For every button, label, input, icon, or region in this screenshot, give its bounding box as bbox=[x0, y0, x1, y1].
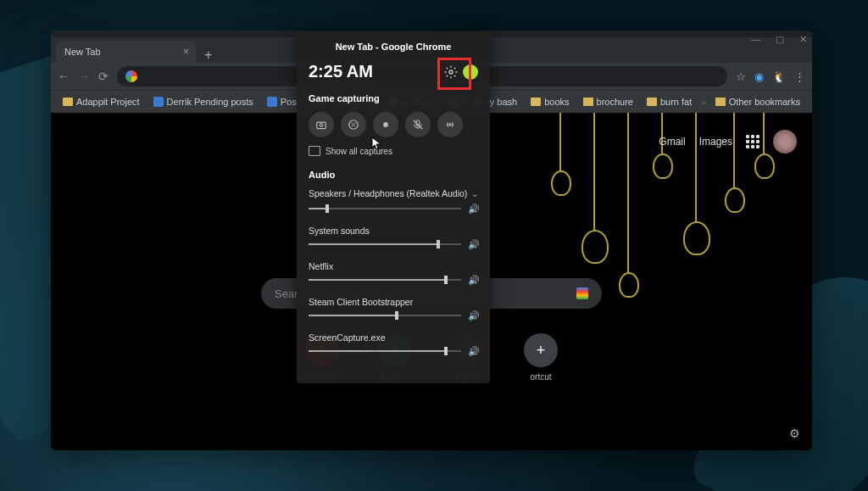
audio-heading: Audio bbox=[309, 170, 478, 180]
tab-title: New Tab bbox=[64, 47, 101, 57]
bookmark-item[interactable]: Derrik Pending posts bbox=[148, 95, 259, 109]
capture-heading: Game capturing bbox=[309, 93, 478, 103]
folder-icon bbox=[63, 98, 73, 106]
google-icon bbox=[125, 70, 137, 82]
volume-slider[interactable] bbox=[309, 208, 461, 209]
bookmark-item[interactable]: Adappit Project bbox=[58, 95, 145, 109]
bookmark-item[interactable]: brochure bbox=[578, 95, 638, 109]
gamebar-title: New Tab - Google Chrome bbox=[309, 42, 478, 52]
star-icon[interactable]: ☆ bbox=[736, 70, 746, 83]
mixer-app-name: Steam Client Bootstrapper bbox=[309, 297, 478, 307]
speaker-icon[interactable]: 🔊 bbox=[468, 239, 478, 249]
game-bar-panel: New Tab - Google Chrome 2:25 AM Game cap… bbox=[297, 31, 490, 383]
apps-launcher-icon[interactable] bbox=[746, 135, 760, 148]
volume-slider[interactable] bbox=[309, 315, 461, 316]
maximize-button[interactable]: ▢ bbox=[776, 34, 784, 45]
folder-icon bbox=[583, 98, 593, 106]
voice-search-icon[interactable] bbox=[576, 287, 588, 299]
mic-toggle-button[interactable] bbox=[405, 112, 431, 137]
close-tab-icon[interactable]: × bbox=[183, 46, 189, 58]
mixer-app-name: Netflix bbox=[309, 261, 478, 271]
volume-slider[interactable] bbox=[309, 243, 461, 245]
forward-button[interactable]: → bbox=[78, 70, 90, 83]
browser-tab[interactable]: New Tab × bbox=[56, 41, 196, 63]
speaker-icon[interactable]: 🔊 bbox=[468, 310, 478, 321]
xbox-status-icon[interactable] bbox=[463, 64, 478, 80]
customize-button[interactable]: ⚙ bbox=[789, 427, 800, 440]
page-icon bbox=[267, 97, 277, 107]
menu-icon[interactable]: ⋮ bbox=[794, 70, 805, 83]
back-button[interactable]: ← bbox=[58, 70, 70, 83]
screenshot-button[interactable] bbox=[309, 112, 334, 137]
folder-icon bbox=[715, 98, 726, 106]
volume-slider[interactable] bbox=[309, 279, 461, 281]
plus-icon: + bbox=[524, 333, 558, 367]
svg-point-2 bbox=[320, 124, 323, 127]
svg-rect-1 bbox=[317, 122, 326, 129]
speaker-icon[interactable]: 🔊 bbox=[468, 204, 478, 214]
bookmark-item[interactable]: burn fat bbox=[642, 95, 697, 109]
svg-point-6 bbox=[449, 124, 451, 126]
speaker-icon[interactable]: 🔊 bbox=[468, 346, 478, 356]
other-bookmarks[interactable]: Other bookmarks bbox=[710, 95, 805, 109]
record-last-button[interactable] bbox=[341, 112, 366, 137]
overflow-chevron-icon[interactable]: » bbox=[702, 97, 707, 107]
gear-icon[interactable] bbox=[444, 65, 458, 79]
record-button[interactable] bbox=[373, 112, 398, 137]
bookmark-item[interactable]: books bbox=[526, 95, 574, 109]
page-icon bbox=[153, 97, 164, 107]
add-shortcut-tile[interactable]: +ortcut bbox=[511, 333, 570, 382]
profile-avatar[interactable] bbox=[773, 130, 797, 153]
folder-icon bbox=[647, 98, 657, 106]
new-tab-button[interactable]: + bbox=[196, 47, 220, 63]
svg-point-4 bbox=[383, 122, 388, 127]
extension-icon-2[interactable]: 🐧 bbox=[772, 70, 786, 83]
speaker-icon[interactable]: 🔊 bbox=[468, 275, 478, 285]
header-links: Gmail Images bbox=[659, 130, 797, 153]
audio-device-selector[interactable]: Speakers / Headphones (Realtek Audio) ⌄ bbox=[309, 188, 478, 198]
broadcast-button[interactable] bbox=[437, 112, 463, 137]
reload-button[interactable]: ⟳ bbox=[98, 70, 108, 83]
images-link[interactable]: Images bbox=[699, 136, 732, 148]
gallery-icon bbox=[309, 146, 320, 156]
volume-slider[interactable] bbox=[309, 350, 461, 352]
show-all-captures-link[interactable]: Show all captures bbox=[309, 146, 478, 156]
gmail-link[interactable]: Gmail bbox=[659, 136, 685, 148]
extension-icon[interactable]: ◉ bbox=[754, 70, 764, 83]
clock: 2:25 AM bbox=[309, 62, 373, 81]
close-window-button[interactable]: ✕ bbox=[799, 34, 807, 45]
folder-icon bbox=[531, 98, 541, 106]
minimize-button[interactable]: — bbox=[751, 34, 760, 45]
mixer-app-name: ScreenCapture.exe bbox=[309, 332, 478, 343]
svg-point-0 bbox=[449, 70, 453, 74]
mixer-app-name: System sounds bbox=[309, 226, 478, 236]
chevron-down-icon: ⌄ bbox=[471, 189, 478, 198]
